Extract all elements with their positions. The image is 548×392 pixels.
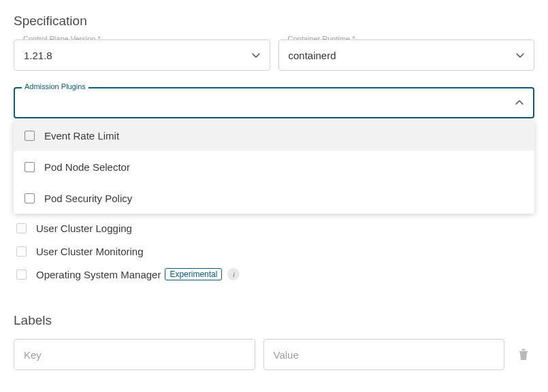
option-label: Operating System Manager xyxy=(36,269,161,280)
admission-plugins-label: Admission Plugins xyxy=(22,82,88,91)
control-plane-version-field[interactable]: Control Plane Version * 1.21.8 xyxy=(14,39,270,71)
checkbox-icon[interactable] xyxy=(16,246,27,257)
checkbox-icon[interactable] xyxy=(25,131,35,141)
checkbox-icon[interactable] xyxy=(25,193,35,203)
chevron-down-icon xyxy=(515,50,526,61)
control-plane-version-value: 1.21.8 xyxy=(24,50,245,61)
admission-option-event-rate-limit[interactable]: Event Rate Limit xyxy=(14,120,534,151)
container-runtime-value: containerd xyxy=(289,50,510,61)
label-key-input[interactable] xyxy=(14,339,255,370)
feature-option-user-cluster-monitoring[interactable]: User Cluster Monitoring xyxy=(16,240,534,263)
admission-option-pod-node-selector[interactable]: Pod Node Selector xyxy=(14,151,534,182)
option-label: Pod Node Selector xyxy=(44,161,130,173)
admission-plugins-dropdown: Event Rate Limit Pod Node Selector Pod S… xyxy=(14,120,534,214)
option-label: User Cluster Monitoring xyxy=(36,246,144,257)
option-label: Pod Security Policy xyxy=(44,193,132,204)
svg-rect-1 xyxy=(522,349,526,350)
feature-option-operating-system-manager[interactable]: Operating System Manager Experimental i xyxy=(16,263,534,286)
chevron-down-icon xyxy=(251,50,261,61)
experimental-badge: Experimental xyxy=(165,268,222,280)
container-runtime-field[interactable]: Container Runtime * containerd xyxy=(278,39,535,71)
labels-heading: Labels xyxy=(14,313,534,328)
option-label: User Cluster Logging xyxy=(36,223,132,234)
feature-option-user-cluster-logging[interactable]: User Cluster Logging xyxy=(16,216,534,240)
label-value-input[interactable] xyxy=(263,339,505,370)
specification-heading: Specification xyxy=(14,14,534,29)
info-icon[interactable]: i xyxy=(227,268,240,280)
admission-option-pod-security-policy[interactable]: Pod Security Policy xyxy=(14,182,534,214)
trash-icon[interactable] xyxy=(513,343,534,366)
option-label: Event Rate Limit xyxy=(44,130,119,142)
admission-plugins-field[interactable]: Admission Plugins xyxy=(14,87,534,118)
chevron-up-icon xyxy=(514,97,525,108)
checkbox-icon[interactable] xyxy=(16,270,27,280)
checkbox-icon[interactable] xyxy=(16,223,27,233)
checkbox-icon[interactable] xyxy=(25,162,35,172)
svg-rect-0 xyxy=(519,351,528,353)
